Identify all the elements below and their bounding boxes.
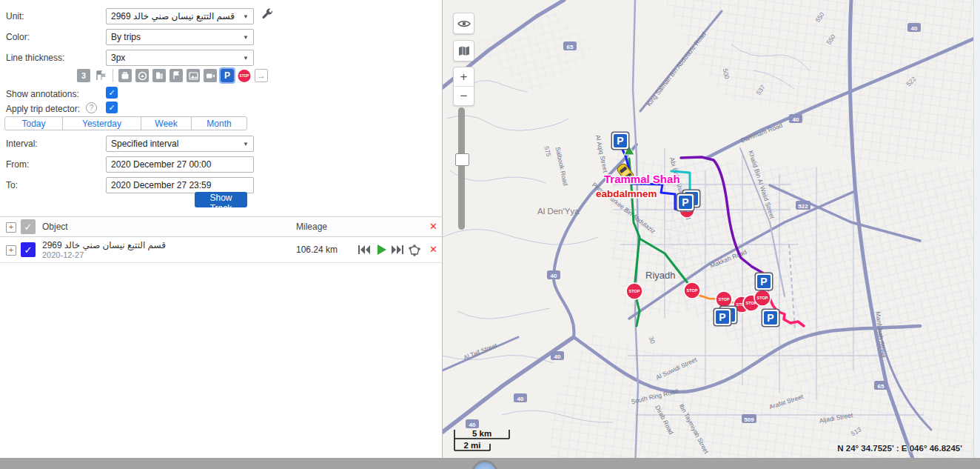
- to-input[interactable]: [106, 177, 254, 193]
- fuel-icon[interactable]: [152, 69, 166, 82]
- luggage-icon[interactable]: [118, 69, 132, 82]
- logo-circle: [471, 460, 498, 469]
- week-button[interactable]: Week: [141, 117, 192, 130]
- city-label-aldenyya: Al Den'Yya: [537, 207, 580, 216]
- zoom-controls: + −: [453, 67, 474, 106]
- svg-text:P: P: [719, 311, 725, 323]
- svg-text:STOP: STOP: [240, 74, 249, 78]
- line-thickness-value: 3px: [111, 53, 125, 63]
- expand-row-toggle[interactable]: +: [6, 245, 16, 256]
- color-label: Color:: [6, 32, 30, 42]
- city-label-riyadh: Riyadh: [645, 270, 675, 281]
- parking-marker[interactable]: P: [611, 132, 630, 150]
- parking-icon[interactable]: P: [221, 69, 234, 82]
- chevron-down-icon: ▼: [243, 13, 249, 20]
- expand-all-toggle[interactable]: +: [6, 222, 16, 233]
- show-annotations-checkbox[interactable]: ✓: [106, 87, 118, 99]
- stop-marker[interactable]: STOP: [626, 283, 642, 299]
- scale-mi-label: 2 mi: [463, 441, 480, 450]
- svg-text:40: 40: [517, 396, 524, 402]
- svg-text:509: 509: [744, 416, 754, 423]
- month-button[interactable]: Month: [192, 117, 246, 130]
- scrollbar-strip[interactable]: [973, 0, 980, 469]
- delete-track-button[interactable]: ✕: [429, 244, 437, 255]
- mileage-column-header: Mileage: [296, 222, 327, 232]
- zoom-in-button[interactable]: +: [454, 67, 474, 87]
- trip-detector-label: Apply trip detector:: [6, 104, 80, 114]
- parking-marker[interactable]: P: [762, 309, 780, 327]
- visibility-button[interactable]: [453, 13, 474, 34]
- flag-icon[interactable]: [170, 69, 183, 82]
- row-checkbox[interactable]: ✓: [21, 242, 36, 257]
- unit-select[interactable]: قسم التتبع نيسان صني خالد 2969 ▼: [106, 8, 254, 24]
- to-label: To:: [6, 180, 18, 190]
- play-track-button[interactable]: [375, 245, 389, 255]
- video-icon[interactable]: [204, 69, 217, 82]
- skip-to-start-button[interactable]: [358, 245, 371, 255]
- parking-marker[interactable]: P: [714, 308, 732, 327]
- quick-range-group: Today Yesterday Week Month: [4, 116, 247, 130]
- color-select[interactable]: By trips ▼: [106, 29, 254, 45]
- svg-text:STOP: STOP: [719, 297, 730, 302]
- stop-icon[interactable]: STOP: [238, 69, 251, 82]
- zoom-out-button[interactable]: −: [454, 87, 474, 105]
- scale-km-label: 5 km: [472, 429, 491, 438]
- track-date: 2020-12-27: [42, 250, 84, 259]
- eye-icon: [457, 19, 471, 28]
- trip-detector-checkbox[interactable]: ✓: [106, 102, 118, 113]
- line-thickness-select[interactable]: 3px ▼: [106, 50, 254, 66]
- arrow-icon[interactable]: →: [255, 69, 268, 82]
- svg-text:65: 65: [878, 383, 885, 390]
- zoom-slider[interactable]: [458, 107, 465, 230]
- unit-label: Unit:: [6, 11, 24, 21]
- select-all-checkbox[interactable]: ✓: [21, 219, 36, 234]
- delete-all-button[interactable]: ✕: [429, 221, 437, 232]
- unit-name: قسم التتبع نيسان صني خالد 2969: [42, 240, 166, 250]
- zoom-slider-handle[interactable]: [455, 153, 469, 166]
- svg-text:P: P: [682, 196, 688, 208]
- tracks-table: + ✓ Object Mileage ✕ + ✓ قسم التتبع نيسا…: [0, 216, 442, 263]
- chevron-down-icon: ▼: [243, 34, 249, 41]
- map-canvas[interactable]: King Salman Bin Abdulaziz Road Dammam Ro…: [443, 0, 974, 469]
- skip-to-end-button[interactable]: [391, 245, 404, 255]
- svg-text:STOP: STOP: [687, 288, 698, 293]
- stop-marker[interactable]: STOP: [754, 290, 771, 306]
- parking-marker[interactable]: P: [755, 273, 773, 291]
- parking-marker[interactable]: P: [677, 193, 695, 212]
- events-counter-icon[interactable]: 3: [77, 69, 90, 82]
- map-svg: King Salman Bin Abdulaziz Road Dammam Ro…: [443, 0, 974, 469]
- track-layers-toolbar: 3 P STOP →: [77, 68, 272, 83]
- flags-icon[interactable]: [94, 69, 107, 82]
- wrench-icon[interactable]: [261, 8, 274, 21]
- mileage-value: 106.24 km: [296, 245, 338, 255]
- svg-text:40: 40: [551, 273, 557, 279]
- svg-text:P: P: [617, 135, 623, 147]
- object-column-header: Object: [42, 222, 68, 232]
- from-input[interactable]: [106, 156, 254, 173]
- map-source-button[interactable]: [453, 40, 474, 61]
- stop-marker[interactable]: STOP: [684, 282, 700, 299]
- map-icon: [458, 46, 470, 56]
- help-icon[interactable]: ?: [86, 102, 97, 113]
- svg-text:STOP: STOP: [629, 289, 640, 293]
- eco-driving-icon[interactable]: [135, 69, 149, 82]
- chevron-down-icon: ▼: [243, 141, 249, 147]
- table-row: + ✓ قسم التتبع نيسان صني خالد 2969 2020-…: [0, 237, 442, 263]
- track-bounds-icon[interactable]: [407, 245, 421, 257]
- svg-text:STOP: STOP: [757, 296, 768, 300]
- track-control-panel: Unit: قسم التتبع نيسان صني خالد 2969 ▼ C…: [0, 0, 443, 458]
- chevron-down-icon: ▼: [243, 55, 249, 61]
- svg-text:522: 522: [798, 203, 808, 210]
- photo-icon[interactable]: [187, 69, 200, 82]
- yesterday-button[interactable]: Yesterday: [63, 117, 141, 130]
- interval-select[interactable]: Specified interval ▼: [106, 136, 254, 152]
- bottom-bar: [0, 458, 980, 469]
- today-button[interactable]: Today: [5, 117, 63, 130]
- svg-text:65: 65: [567, 44, 574, 50]
- unit-select-value: قسم التتبع نيسان صني خالد 2969: [111, 11, 240, 21]
- svg-text:P: P: [767, 312, 773, 324]
- unit-map-label-primary: Trammal Shah: [604, 173, 680, 185]
- cursor-coordinates: N 24° 34.7525' : E 046° 46.8245': [837, 444, 962, 453]
- show-track-button[interactable]: Show Track: [195, 192, 247, 207]
- stop-marker[interactable]: STOP: [716, 291, 732, 307]
